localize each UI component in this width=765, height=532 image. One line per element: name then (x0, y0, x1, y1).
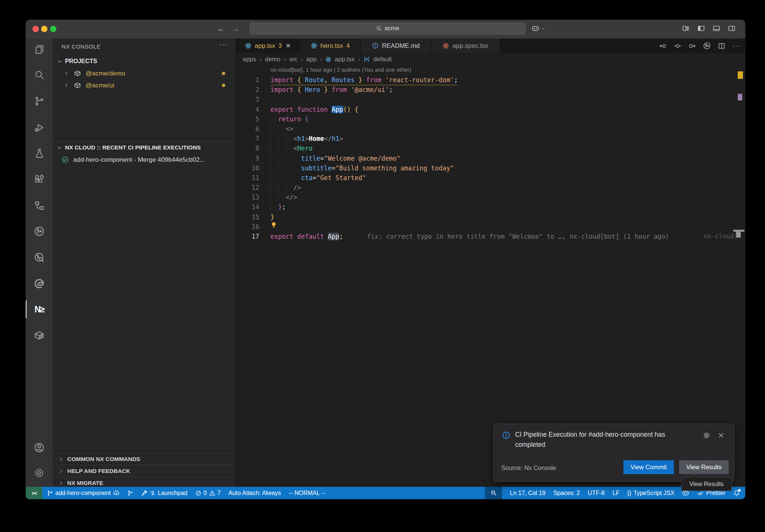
zoom-window-button[interactable] (50, 26, 56, 32)
chevron-down-icon (57, 145, 62, 150)
notifications-bell[interactable] (733, 490, 740, 497)
code-line-6[interactable]: 6 <> (236, 124, 745, 134)
breadcrumb-item[interactable]: demo (265, 56, 280, 63)
toggle-primary-sidebar-icon[interactable] (697, 25, 705, 32)
project-item-acme-ui[interactable]: @acme/ui (53, 80, 236, 91)
git-blame-header[interactable]: nx-cloud[bot], 1 hour ago | 2 authors (Y… (270, 66, 411, 73)
status-bar: >< add-hero-component Launchpad 0 7 Au (26, 487, 745, 499)
tab-app-spec-tsx[interactable]: app.spec.tsx (431, 38, 500, 53)
error-circle-icon (195, 490, 201, 496)
tab-hero-tsx[interactable]: hero.tsx 4 (300, 38, 361, 53)
settings-gear-icon[interactable] (30, 464, 48, 482)
source-control-icon[interactable] (30, 92, 48, 110)
line-number: 16 (236, 222, 259, 232)
code-line-16[interactable]: 16 (236, 222, 745, 232)
tab-readme-md[interactable]: README.md (361, 38, 431, 53)
run-and-debug-icon[interactable] (30, 118, 48, 136)
customize-layout-icon[interactable] (682, 25, 690, 32)
close-window-button[interactable] (32, 26, 39, 32)
eol-status-item[interactable]: LF (613, 490, 620, 497)
breadcrumb-item[interactable]: apps (243, 56, 256, 63)
auto-attach-status-item[interactable]: Auto Attach: Always (229, 490, 281, 497)
editor-group: app.tsx 3 × hero.tsx 4 README.md app.spe… (236, 38, 745, 487)
code-line-3[interactable]: 3 (236, 95, 745, 104)
extensions-icon[interactable] (30, 170, 48, 188)
notification-settings-gear-icon[interactable] (703, 432, 710, 439)
indentation-status-item[interactable]: Spaces: 2 (553, 490, 580, 497)
code-line-15[interactable]: 15} (236, 212, 745, 222)
cursor-position-status-item[interactable]: Ln 17, Col 19 (510, 490, 545, 497)
compare-changes-icon (150, 490, 156, 496)
pipeline-label: add-hero-component - Merge 409b44e5cb02.… (73, 156, 205, 164)
nx-console-icon[interactable]: N≥ (30, 300, 48, 318)
breadcrumb: apps› demo› src› app› app.tsx› default (236, 53, 745, 65)
section-help-and-feedback[interactable]: HELP AND FEEDBACK (53, 465, 236, 477)
explorer-icon[interactable] (30, 40, 48, 58)
code-line-10[interactable]: 10 subtitle="Build something amazing tod… (236, 163, 745, 173)
code-line-11[interactable]: 11 cta="Get Started" (236, 173, 745, 183)
code-line-2[interactable]: 2import { Hero } from '@acme/ui'; (236, 85, 745, 95)
nx-cloud-section-header[interactable]: NX CLOUD :: RECENT CI PIPELINE EXECUTION… (53, 142, 236, 153)
branch-status-item[interactable]: add-hero-component (47, 490, 120, 497)
code-line-8[interactable]: 8 <Hero (236, 143, 745, 153)
view-commit-button[interactable]: View Commit (623, 460, 674, 474)
code-line-4[interactable]: 4export function App() { (236, 105, 745, 114)
testing-icon[interactable] (30, 144, 48, 162)
language-mode-status-item[interactable]: {} TypeScript JSX (627, 490, 674, 497)
vim-mode-status-item[interactable]: -- NORMAL -- (289, 490, 325, 497)
code-line-13[interactable]: 13 </> (236, 192, 745, 202)
open-changes-icon[interactable] (674, 42, 681, 50)
open-changes-prev-icon[interactable] (659, 42, 667, 50)
account-icon[interactable] (30, 439, 48, 457)
encoding-status-item[interactable]: UTF-8 (588, 490, 604, 497)
lightbulb-icon[interactable] (270, 222, 277, 231)
navigate-back-button[interactable]: ← (217, 24, 225, 34)
section-common-nx-commands[interactable]: COMMON NX COMMANDS (53, 453, 236, 465)
open-changes-next-icon[interactable] (688, 42, 696, 50)
containers-icon[interactable] (30, 327, 48, 344)
zoom-status-item[interactable] (485, 487, 502, 499)
toggle-panel-icon[interactable] (713, 25, 720, 32)
problems-status-item[interactable]: 0 7 (195, 490, 221, 497)
toggle-secondary-sidebar-icon[interactable] (728, 25, 735, 32)
close-tab-icon[interactable]: × (286, 41, 291, 50)
editor-toolbar: ··· (659, 38, 741, 53)
view-results-button[interactable]: View Results (679, 460, 729, 474)
gitlens-inspect-icon[interactable] (30, 248, 48, 266)
close-icon[interactable] (718, 432, 724, 439)
notification-message: CI Pipeline Execution for #add-hero-comp… (515, 430, 691, 450)
code-line-5[interactable]: 5 return ( (236, 114, 745, 124)
projects-section-header[interactable]: PROJECTS (53, 56, 236, 67)
split-editor-icon[interactable] (718, 42, 725, 50)
breadcrumb-file[interactable]: app.tsx (335, 56, 354, 63)
more-actions-icon[interactable]: ··· (733, 42, 741, 50)
code-line-12[interactable]: 12 /> (236, 183, 745, 192)
minimize-window-button[interactable] (41, 26, 47, 32)
code-line-14[interactable]: 14 ); (236, 202, 745, 212)
code-line-9[interactable]: 9 title="Welcome @acme/demo" (236, 154, 745, 163)
pipeline-execution-item[interactable]: add-hero-component - Merge 409b44e5cb02.… (53, 154, 236, 166)
remote-indicator[interactable]: >< (26, 487, 42, 499)
edge-tools-icon[interactable] (30, 275, 48, 293)
launchpad-status-item[interactable]: Launchpad (141, 490, 188, 497)
command-center-search[interactable]: acme (250, 22, 526, 34)
code-area[interactable]: 1import { Route, Routes } from 'react-ro… (236, 75, 745, 241)
code-line-1[interactable]: 1import { Route, Routes } from 'react-ro… (236, 75, 745, 85)
tab-app-tsx[interactable]: app.tsx 3 × (236, 38, 300, 53)
more-actions-icon[interactable]: ··· (219, 40, 227, 49)
breadcrumb-item[interactable]: app (306, 56, 317, 63)
chevron-right-icon (59, 481, 64, 486)
copilot-menu[interactable] (532, 24, 545, 32)
navigate-forward-button[interactable]: → (232, 24, 240, 34)
search-icon[interactable] (30, 66, 48, 84)
project-item-acme-demo[interactable]: @acme/demo (53, 68, 236, 79)
code-line-17[interactable]: 17export default App;fix: correct typo i… (236, 232, 745, 241)
code-line-7[interactable]: 7 <h1>Home</h1> (236, 134, 745, 143)
project-graph-icon[interactable] (30, 197, 48, 214)
gitlens-graph-icon[interactable] (703, 42, 711, 50)
breadcrumb-item[interactable]: src (289, 56, 297, 63)
breadcrumb-symbol[interactable]: default (373, 56, 392, 63)
gitlens-icon[interactable] (30, 222, 48, 240)
line-number: 3 (236, 95, 259, 104)
gitlens-branch-status-item[interactable] (127, 490, 133, 496)
